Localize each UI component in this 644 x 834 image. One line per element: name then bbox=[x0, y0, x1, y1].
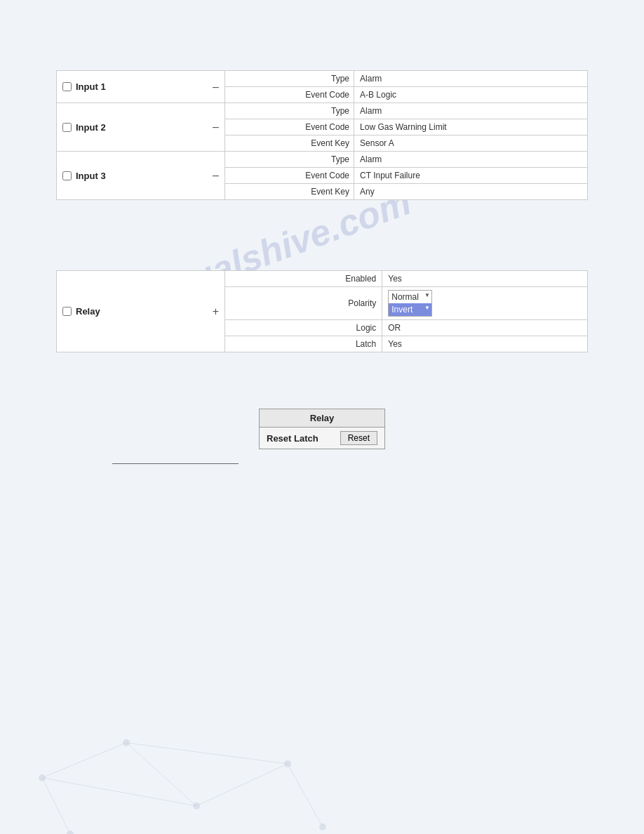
input2-field-2-value: Sensor A bbox=[354, 135, 588, 152]
input3-field-2-name: Event Key bbox=[225, 184, 354, 200]
input2-field-1-name: Event Code bbox=[225, 119, 354, 135]
svg-line-4 bbox=[288, 764, 323, 827]
input3-field-1-name: Event Code bbox=[225, 168, 354, 184]
input1-field-0-name: Type bbox=[225, 71, 354, 87]
background-network bbox=[0, 553, 644, 834]
input2-label-cell: Input 2 – bbox=[57, 103, 225, 152]
input3-label-cell: Input 3 – bbox=[57, 152, 225, 200]
relay-field-1-value: NormalInvert bbox=[382, 287, 588, 320]
svg-line-5 bbox=[126, 743, 288, 764]
relay-reset-label: Reset Latch bbox=[267, 433, 318, 444]
relay-field-3-name: Latch bbox=[225, 336, 382, 352]
input3-checkbox[interactable] bbox=[62, 171, 72, 180]
svg-point-7 bbox=[39, 774, 46, 781]
relay-checkbox[interactable] bbox=[62, 307, 72, 316]
input1-checkbox[interactable] bbox=[62, 82, 72, 91]
relay-table: Relay + EnabledYesPolarityNormalInvertLo… bbox=[56, 270, 588, 352]
input3-field-0-name: Type bbox=[225, 152, 354, 168]
relay-label-cell: Relay + bbox=[57, 271, 225, 352]
relay-reset-row: Reset Latch Reset bbox=[260, 428, 384, 449]
input-table: Input 1 – TypeAlarmEvent CodeA-B Logic I… bbox=[56, 70, 588, 200]
input2-checkbox[interactable] bbox=[62, 123, 72, 132]
relay-reset-header: Relay bbox=[260, 409, 384, 428]
input2-field-0-value: Alarm bbox=[354, 103, 588, 119]
input3-field-2-value: Any bbox=[354, 184, 588, 200]
svg-point-11 bbox=[284, 760, 291, 767]
relay-field-3-value: Yes bbox=[382, 336, 588, 352]
page-content: Input 1 – TypeAlarmEvent CodeA-B Logic I… bbox=[0, 0, 644, 492]
polarity-option-normal[interactable]: Normal bbox=[389, 291, 431, 303]
input2-field-0-name: Type bbox=[225, 103, 354, 119]
input3-field-0-value: Alarm bbox=[354, 152, 588, 168]
input3-label: Input 3 bbox=[76, 171, 106, 181]
input2-field-2-name: Event Key bbox=[225, 135, 354, 152]
relay-label: Relay bbox=[76, 306, 100, 317]
polarity-dropdown[interactable]: NormalInvert bbox=[388, 290, 432, 317]
polarity-option-invert[interactable]: Invert bbox=[389, 303, 431, 316]
svg-point-12 bbox=[319, 823, 326, 830]
relay-field-0-value: Yes bbox=[382, 271, 588, 287]
input3-minus-btn[interactable]: – bbox=[213, 169, 219, 182]
svg-line-0 bbox=[42, 743, 126, 778]
svg-point-8 bbox=[123, 739, 130, 746]
input1-field-0-value: Alarm bbox=[354, 71, 588, 87]
input3-field-1-value: CT Input Failure bbox=[354, 168, 588, 184]
relay-reset-section: Relay Reset Latch Reset bbox=[56, 409, 588, 449]
svg-line-6 bbox=[42, 778, 196, 806]
relay-reset-box: Relay Reset Latch Reset bbox=[259, 409, 385, 449]
svg-point-9 bbox=[193, 802, 200, 809]
svg-line-3 bbox=[196, 764, 288, 806]
relay-field-2-value: OR bbox=[382, 320, 588, 336]
relay-field-1-name: Polarity bbox=[225, 287, 382, 320]
bottom-divider bbox=[112, 463, 239, 464]
input1-minus-btn[interactable]: – bbox=[213, 81, 219, 93]
relay-field-0-name: Enabled bbox=[225, 271, 382, 287]
svg-line-2 bbox=[42, 778, 70, 834]
input1-label-cell: Input 1 – bbox=[57, 71, 225, 103]
relay-field-2-name: Logic bbox=[225, 320, 382, 336]
input2-label: Input 2 bbox=[76, 122, 106, 133]
svg-line-1 bbox=[126, 743, 196, 806]
input1-field-1-name: Event Code bbox=[225, 87, 354, 103]
input1-field-1-value: A-B Logic bbox=[354, 87, 588, 103]
relay-reset-button[interactable]: Reset bbox=[340, 431, 377, 445]
input1-label: Input 1 bbox=[76, 81, 106, 92]
input2-field-1-value: Low Gas Warning Limit bbox=[354, 119, 588, 135]
input2-minus-btn[interactable]: – bbox=[213, 121, 219, 133]
svg-point-10 bbox=[67, 830, 74, 834]
relay-plus-btn[interactable]: + bbox=[213, 305, 219, 318]
